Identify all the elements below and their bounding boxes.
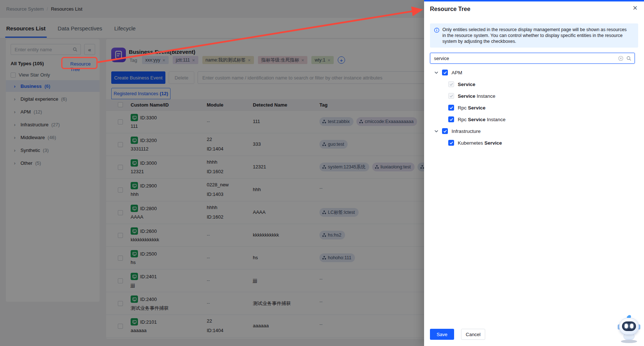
- tree-node-infrastructure: Infrastructure: [424, 125, 644, 137]
- tree-node-rpc-service-instance: Rpc Service Instance: [424, 114, 644, 125]
- resource-tree-drawer: Resource Tree × Only entities selected i…: [424, 0, 644, 346]
- tree-checkbox-service: [448, 81, 454, 87]
- drawer-accent-bar: [424, 0, 644, 1]
- cancel-button[interactable]: Cancel: [461, 329, 485, 340]
- drawer-title: Resource Tree: [430, 6, 470, 12]
- tree-checkbox-kubernetes-service[interactable]: [448, 140, 454, 146]
- tree-node-label: Rpc Service Instance: [458, 117, 506, 122]
- clear-icon[interactable]: [618, 56, 624, 61]
- tree-node-kubernetes-service: Kubernetes Service: [424, 137, 644, 149]
- tree-node-label: Kubernetes Service: [458, 140, 502, 146]
- info-text: Only entities selected in the resource d…: [442, 27, 627, 44]
- tree-checkbox-rpc-service[interactable]: [448, 105, 454, 111]
- save-button[interactable]: Save: [430, 329, 454, 340]
- tree-checkbox-rpc-service-instance[interactable]: [448, 116, 454, 122]
- tree-node-label: Service: [458, 82, 475, 87]
- resource-system-page: Resource System / Resources List Resourc…: [0, 0, 644, 346]
- tree-node-rpc-service: Rpc Service: [424, 102, 644, 114]
- tree-node-label: APM: [452, 70, 462, 75]
- tree-node-label: Rpc Service: [458, 105, 486, 111]
- search-icon[interactable]: [626, 56, 632, 61]
- tree-checkbox-service-instance: [448, 93, 454, 99]
- assistant-robot-icon[interactable]: [618, 315, 640, 344]
- close-icon[interactable]: ×: [633, 4, 637, 12]
- tree-node-label: Infrastructure: [452, 129, 481, 134]
- chevron-down-icon[interactable]: [434, 129, 439, 134]
- tree-node-label: Service Instance: [458, 93, 495, 99]
- tree-node-service-instance: Service Instance: [424, 90, 644, 102]
- drawer-tree: APMServiceService InstanceRpc ServiceRpc…: [424, 67, 644, 149]
- info-alert: Only entities selected in the resource d…: [430, 23, 638, 48]
- chevron-down-icon[interactable]: [434, 70, 439, 75]
- drawer-search-input[interactable]: [433, 55, 618, 62]
- tree-node-service: Service: [424, 78, 644, 90]
- tree-node-apm: APM: [424, 67, 644, 78]
- info-icon: [434, 27, 439, 33]
- tree-checkbox-apm[interactable]: [442, 70, 448, 75]
- drawer-search-box: [430, 53, 635, 64]
- tree-checkbox-infrastructure[interactable]: [442, 128, 448, 134]
